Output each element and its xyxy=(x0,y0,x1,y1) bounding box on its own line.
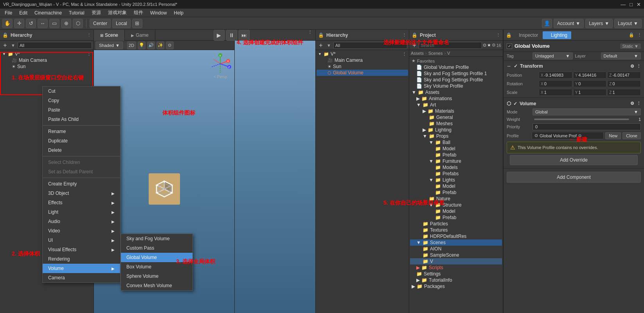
tree2-item-v[interactable]: ▼ 📁 V* ⋮ xyxy=(317,51,408,57)
tree-animations[interactable]: ▶📁Animations xyxy=(410,95,502,102)
tree-models[interactable]: 📁Models xyxy=(410,164,502,171)
tree2-item-sun[interactable]: ☀ Sun xyxy=(317,63,408,70)
fav-item-skyfog[interactable]: 📄 Sky and Fog Settings Profile xyxy=(410,77,502,83)
fx-btn[interactable]: ✨ xyxy=(157,41,164,49)
menu-help[interactable]: Help xyxy=(171,9,187,16)
hierarchy-search[interactable] xyxy=(18,42,92,49)
profile-field[interactable]: ⊙ Global Volume Prof ⊙ xyxy=(532,132,604,139)
2d-toggle[interactable]: 2D xyxy=(127,41,136,49)
lighting-btn[interactable]: 💡 xyxy=(138,41,146,49)
tree-item-maincamera[interactable]: 🎥 Main Camera xyxy=(1,57,93,63)
sub-box-volume[interactable]: Box Volume xyxy=(121,262,192,272)
tab-lighting[interactable]: ● Lighting xyxy=(543,31,571,39)
tree-structure[interactable]: ▼📁Structure xyxy=(410,202,502,208)
scene-gizmos-btn[interactable]: ⊙ xyxy=(166,41,174,49)
ctx-delete[interactable]: Delete xyxy=(43,146,120,155)
hand-tool[interactable]: ✋ xyxy=(2,19,13,28)
pause-button[interactable]: ⏸ xyxy=(226,30,237,41)
layers-dropdown[interactable]: Layers ▼ xyxy=(585,19,613,28)
tree-meshes[interactable]: 📁Meshes xyxy=(410,121,502,127)
center-toggle[interactable]: Center xyxy=(90,19,111,28)
play-button[interactable]: ▶ xyxy=(214,30,225,41)
step-button[interactable]: ⏭ xyxy=(239,30,250,41)
weight-slider[interactable] xyxy=(534,119,629,120)
project-filter-icon[interactable]: ⊙ xyxy=(483,43,486,48)
rot-y-field[interactable]: Y 0 xyxy=(573,80,607,87)
tag-dropdown[interactable]: Untagged ▼ xyxy=(532,52,573,59)
tree-settings[interactable]: 📁Settings xyxy=(410,271,502,277)
breadcrumb-v[interactable]: V xyxy=(447,51,450,56)
tree-prefab2[interactable]: 📁Prefab xyxy=(410,189,502,196)
scale-tool[interactable]: ↔ xyxy=(38,19,48,28)
project-settings-icon[interactable]: ⚙ xyxy=(492,43,496,48)
scale-y-field[interactable]: Y 1 xyxy=(573,89,607,96)
profile-clone-btn[interactable]: Clone xyxy=(622,132,641,139)
tree-model3[interactable]: 📁Model xyxy=(410,208,502,214)
static-dropdown[interactable]: Static ▼ xyxy=(620,43,641,49)
tree-lights[interactable]: ▼📁Lights xyxy=(410,177,502,183)
menu-cinemachine[interactable]: Cinemachine xyxy=(31,9,65,16)
tree-general[interactable]: 📁General xyxy=(410,114,502,121)
rotate-tool[interactable]: ↺ xyxy=(26,19,36,28)
tree-materials[interactable]: ▶📁Materials xyxy=(410,108,502,114)
tree-textures[interactable]: 📁Textures xyxy=(410,227,502,233)
object-active-checkbox[interactable]: ✓ xyxy=(507,43,512,49)
rot-z-field[interactable]: Z 0 xyxy=(607,80,641,87)
ctx-paste-child[interactable]: Paste As Child xyxy=(43,115,120,124)
ctx-camera[interactable]: Camera xyxy=(43,273,120,282)
layout-dropdown[interactable]: Layout ▼ xyxy=(614,19,642,28)
profile-new-btn[interactable]: New xyxy=(605,132,621,139)
tree-v-folder[interactable]: 📁V xyxy=(410,258,502,264)
sub-global-volume[interactable]: Global Volume xyxy=(121,253,192,262)
mode-dropdown[interactable]: Global ▼ xyxy=(532,108,641,115)
pos-y-field[interactable]: Y 4.164416 xyxy=(573,72,607,79)
ctx-volume[interactable]: Volume▶ xyxy=(43,264,120,273)
tree-furniture[interactable]: ▼📁Furniture xyxy=(410,158,502,164)
tree2-item-globalvolume[interactable]: ⬡ Global Volume xyxy=(317,70,408,76)
hierarchy-add-btn[interactable]: + xyxy=(2,42,9,49)
hierarchy2-add-btn[interactable]: + xyxy=(317,42,324,49)
ctx-rendering[interactable]: Rendering xyxy=(43,254,120,264)
ctx-cut[interactable]: Cut xyxy=(43,86,120,96)
tab-inspector[interactable]: Inspector xyxy=(515,31,542,39)
add-component-btn[interactable]: Add Component xyxy=(507,172,641,183)
transform-dots[interactable]: ⋮ xyxy=(637,64,641,69)
sub-convex-volume[interactable]: Convex Mesh Volume xyxy=(121,281,192,290)
tab-scene[interactable]: ⊞ Scene xyxy=(94,30,125,41)
menu-[interactable]: 组件 xyxy=(131,9,146,17)
inspector-lock-btn[interactable]: 🔒 xyxy=(629,32,634,38)
menu-tutorial[interactable]: Tutorial xyxy=(66,9,88,16)
priority-field[interactable]: 0 xyxy=(532,123,641,130)
volume-settings-icon[interactable]: ⚙ xyxy=(630,101,634,106)
shading-dropdown[interactable]: Shaded ▼ xyxy=(95,41,123,49)
tree-hdrp[interactable]: 📁HDRPDefaultRes xyxy=(410,233,502,239)
tree-packages[interactable]: ▶📁Packages xyxy=(410,283,502,290)
project-menu-icon[interactable]: ⋮ xyxy=(496,32,500,38)
ctx-video[interactable]: Video▶ xyxy=(43,226,120,236)
transform-header[interactable]: ↔ ✓ Transform ⚙ ⋮ xyxy=(507,62,641,70)
local-toggle[interactable]: Local xyxy=(112,19,131,28)
account-dropdown[interactable]: Account ▼ xyxy=(554,19,584,28)
account-btn[interactable]: 👤 xyxy=(542,19,552,28)
tree-scripts[interactable]: ▶📁Scripts xyxy=(410,264,502,271)
tree-art[interactable]: ▼📁Art xyxy=(410,102,502,108)
ctx-duplicate[interactable]: Duplicate xyxy=(43,136,120,146)
hierarchy-menu-icon[interactable]: ⋮ xyxy=(87,32,91,38)
custom-tool[interactable]: ⬡ xyxy=(73,19,83,28)
tree-particles[interactable]: 📁Particles xyxy=(410,221,502,227)
tree-item-sun[interactable]: ☀ Sun xyxy=(1,63,93,70)
layer-dropdown[interactable]: Default ▼ xyxy=(601,52,641,59)
tree-item-v[interactable]: ▼ 📁 V* ⋮ xyxy=(1,51,93,57)
menu-edit[interactable]: Edit xyxy=(16,9,31,16)
tree-model2[interactable]: 📁Model xyxy=(410,183,502,189)
tree-lighting[interactable]: ▶📁Lighting xyxy=(410,127,502,133)
tree-prefab1[interactable]: 📁Prefab xyxy=(410,152,502,158)
transform-menu[interactable]: ⚙ xyxy=(630,64,634,69)
tree-assets[interactable]: ▼📁Assets xyxy=(410,89,502,95)
breadcrumb-scenes[interactable]: Scenes xyxy=(428,51,443,56)
tree-v-menu[interactable]: ⋮ xyxy=(87,52,91,57)
ctx-effects[interactable]: Effects▶ xyxy=(43,198,120,207)
profile-target-icon[interactable]: ⊙ xyxy=(578,133,581,138)
sub-custom-pass[interactable]: Custom Pass xyxy=(121,243,192,253)
tree2-item-maincamera[interactable]: 🎥 Main Camera xyxy=(317,57,408,63)
